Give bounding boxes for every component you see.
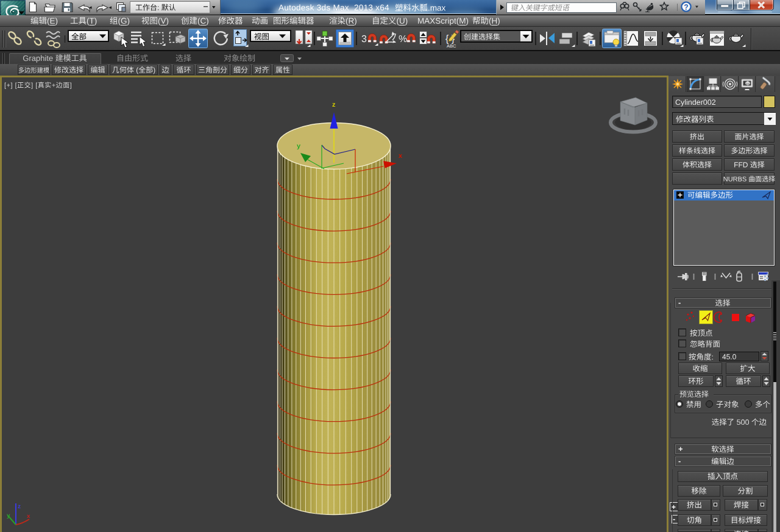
svg-text:ABC: ABC <box>447 43 456 49</box>
svg-text:?: ? <box>684 3 688 12</box>
